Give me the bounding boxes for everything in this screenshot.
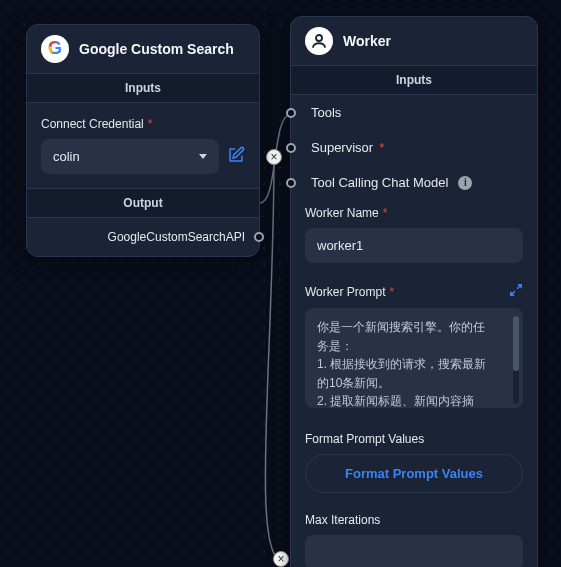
worker-name-label: Worker Name* xyxy=(305,206,523,220)
worker-icon xyxy=(305,27,333,55)
credential-label: Connect Credential* xyxy=(41,117,245,131)
info-icon[interactable]: i xyxy=(458,176,472,190)
port-tool-model: Tool Calling Chat Model i xyxy=(291,165,537,200)
inputs-section-header: Inputs xyxy=(291,65,537,95)
scrollbar-thumb[interactable] xyxy=(513,316,519,371)
edit-credential-icon[interactable] xyxy=(227,146,245,168)
node-header: Worker xyxy=(291,17,537,65)
max-iterations-label: Max Iterations xyxy=(305,513,523,527)
chevron-down-icon xyxy=(199,154,207,159)
output-section-header: Output xyxy=(27,188,259,218)
credential-dropdown[interactable]: colin xyxy=(41,139,219,174)
node-title: Worker xyxy=(343,33,391,49)
input-port-tool-model[interactable] xyxy=(286,178,296,188)
edge-delete-junction-1[interactable] xyxy=(266,149,282,165)
google-logo-icon: G G G G xyxy=(41,35,69,63)
credential-value: colin xyxy=(53,149,80,164)
format-prompt-label: Format Prompt Values xyxy=(305,432,523,446)
worker-prompt-textarea[interactable] xyxy=(305,308,523,408)
node-title: Google Custom Search xyxy=(79,41,234,57)
expand-icon[interactable] xyxy=(509,283,523,300)
input-port-tools[interactable] xyxy=(286,108,296,118)
output-port-label: GoogleCustomSearchAPI xyxy=(27,218,259,256)
worker-name-input[interactable] xyxy=(305,228,523,263)
node-header: G G G G Google Custom Search xyxy=(27,25,259,73)
edge-delete-junction-2[interactable] xyxy=(273,551,289,567)
worker-prompt-label: Worker Prompt* xyxy=(305,285,394,299)
port-supervisor: Supervisor* xyxy=(291,130,537,165)
svg-point-0 xyxy=(316,35,322,41)
inputs-section-header: Inputs xyxy=(27,73,259,103)
node-google-custom-search: G G G G Google Custom Search Inputs Conn… xyxy=(26,24,260,257)
format-prompt-button[interactable]: Format Prompt Values xyxy=(305,454,523,493)
output-port[interactable] xyxy=(254,232,264,242)
max-iterations-input[interactable] xyxy=(305,535,523,567)
input-port-supervisor[interactable] xyxy=(286,143,296,153)
node-worker: Worker Inputs Tools Supervisor* Tool Cal… xyxy=(290,16,538,567)
port-tools: Tools xyxy=(291,95,537,130)
